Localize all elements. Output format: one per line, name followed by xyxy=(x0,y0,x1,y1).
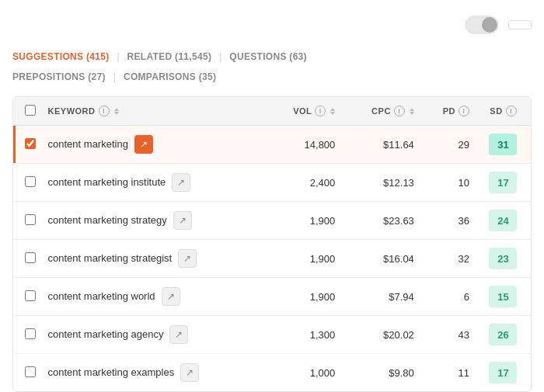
sd-badge: 24 xyxy=(489,210,517,231)
keyword-text: content marketing xyxy=(48,138,128,151)
vol-value: 1,000 xyxy=(310,367,336,379)
row-sd-cell: 31 xyxy=(476,126,531,164)
vol-value: 1,300 xyxy=(310,329,336,341)
row-checkbox-cell xyxy=(13,164,42,202)
row-cpc-cell: $11.64 xyxy=(341,126,420,164)
table-row: content marketing institute ↗ 2,400 $12.… xyxy=(13,164,531,202)
row-cpc-cell: $20.02 xyxy=(341,316,420,354)
cpc-info-icon[interactable]: i xyxy=(394,106,405,116)
vol-value: 1,900 xyxy=(310,253,336,265)
sd-badge: 17 xyxy=(489,362,517,383)
tab-divider: | xyxy=(117,51,119,62)
tab-divider: | xyxy=(113,71,116,82)
toggle-knob xyxy=(482,17,497,33)
row-checkbox-cell xyxy=(13,278,42,316)
row-sd-cell: 24 xyxy=(476,202,531,240)
row-sd-cell: 26 xyxy=(476,316,531,354)
keyword-link-button[interactable]: ↗ xyxy=(172,173,190,192)
cpc-sort[interactable] xyxy=(410,108,414,115)
pd-col-label: PD xyxy=(443,106,455,116)
header-vol: VOL i xyxy=(263,97,342,126)
row-highlight-bar xyxy=(13,126,16,163)
row-keyword-cell: content marketing examples ↗ xyxy=(42,354,263,392)
row-vol-cell: 14,800 xyxy=(263,126,342,164)
row-pd-cell: 43 xyxy=(420,316,476,354)
row-vol-cell: 2,400 xyxy=(263,164,342,202)
sort-up-icon xyxy=(330,108,335,111)
row-keyword-cell: content marketing institute ↗ xyxy=(42,164,263,202)
row-checkbox[interactable] xyxy=(25,366,36,377)
keyword-link-button[interactable]: ↗ xyxy=(169,325,188,344)
pd-value: 32 xyxy=(458,253,469,265)
row-vol-cell: 1,900 xyxy=(263,202,342,240)
header-controls xyxy=(465,16,532,34)
row-vol-cell: 1,900 xyxy=(263,278,342,316)
keyword-info-icon[interactable]: i xyxy=(99,106,110,116)
keyword-link-button[interactable]: ↗ xyxy=(162,287,180,306)
row-checkbox[interactable] xyxy=(25,214,36,225)
row-sd-cell: 17 xyxy=(476,164,531,202)
table-row: content marketing strategy ↗ 1,900 $23.6… xyxy=(13,202,531,240)
keyword-link-button[interactable]: ↗ xyxy=(180,363,199,382)
vol-col-label: VOL xyxy=(293,106,312,116)
tab-questions[interactable]: QUESTIONS (63) xyxy=(229,48,315,65)
keyword-link-button[interactable]: ↗ xyxy=(134,135,153,154)
row-keyword-cell: content marketing strategist ↗ xyxy=(42,240,263,278)
keyword-link-button[interactable]: ↗ xyxy=(178,249,197,268)
vol-sort[interactable] xyxy=(330,108,335,115)
row-cpc-cell: $16.04 xyxy=(341,240,420,278)
sd-badge: 15 xyxy=(489,286,517,307)
sd-badge: 26 xyxy=(489,324,517,345)
row-pd-cell: 29 xyxy=(420,126,476,164)
cpc-value: $23.63 xyxy=(383,215,414,227)
row-checkbox[interactable] xyxy=(25,176,36,187)
keyword-sort[interactable] xyxy=(114,108,119,115)
row-checkbox[interactable] xyxy=(25,290,36,301)
cpc-value: $7.94 xyxy=(389,291,414,303)
row-checkbox[interactable] xyxy=(25,252,36,263)
table-header-row: KEYWORD i VOL i xyxy=(13,97,531,126)
pd-value: 11 xyxy=(458,367,469,379)
pd-value: 36 xyxy=(458,215,469,227)
table-row: content marketing agency ↗ 1,300 $20.02 … xyxy=(13,316,531,354)
tab-comparisons[interactable]: COMPARISONS (35) xyxy=(124,68,224,85)
table-row: content marketing strategist ↗ 1,900 $16… xyxy=(13,240,531,278)
pd-value: 6 xyxy=(464,291,469,303)
keyword-table: KEYWORD i VOL i xyxy=(12,96,532,392)
keyword-text: content marketing institute xyxy=(48,176,166,189)
pd-info-icon[interactable]: i xyxy=(459,106,469,116)
row-checkbox[interactable] xyxy=(25,328,36,339)
header xyxy=(12,16,532,34)
row-vol-cell: 1,000 xyxy=(263,354,342,392)
row-cpc-cell: $7.94 xyxy=(341,278,420,316)
row-checkbox-cell xyxy=(13,202,42,240)
row-keyword-cell: content marketing strategy ↗ xyxy=(42,202,263,240)
table-row: content marketing examples ↗ 1,000 $9.80… xyxy=(13,354,531,392)
vol-value: 14,800 xyxy=(305,139,336,151)
row-checkbox[interactable] xyxy=(25,138,36,149)
toggle-switch[interactable] xyxy=(465,16,499,34)
row-keyword-cell: content marketing ↗ xyxy=(42,126,263,164)
cpc-value: $20.02 xyxy=(383,329,414,341)
row-keyword-cell: content marketing agency ↗ xyxy=(42,316,263,354)
pd-value: 10 xyxy=(458,177,469,189)
header-pd: PD i xyxy=(420,97,476,126)
row-checkbox-cell xyxy=(13,126,42,164)
table-row: content marketing ↗ 14,800 $11.64 29 31 xyxy=(13,126,531,164)
sort-up-icon xyxy=(410,108,414,111)
tab-suggestions[interactable]: SUGGESTIONS (415) xyxy=(12,48,117,65)
header-checkbox-cell xyxy=(13,97,42,126)
pd-value: 29 xyxy=(458,139,469,151)
keyword-text: content marketing strategist xyxy=(48,252,173,265)
row-keyword-cell: content marketing world ↗ xyxy=(42,278,263,316)
vol-info-icon[interactable]: i xyxy=(315,106,326,116)
keyword-link-button[interactable]: ↗ xyxy=(173,211,192,230)
filters-button[interactable] xyxy=(508,20,532,29)
select-all-checkbox[interactable] xyxy=(25,105,36,116)
vol-value: 1,900 xyxy=(310,291,336,303)
tab-prepositions[interactable]: PREPOSITIONS (27) xyxy=(12,68,113,85)
cpc-col-label: CPC xyxy=(371,106,391,116)
sd-info-icon[interactable]: i xyxy=(506,106,517,116)
sd-badge: 31 xyxy=(489,134,517,155)
tab-related[interactable]: RELATED (11,545) xyxy=(127,48,220,65)
